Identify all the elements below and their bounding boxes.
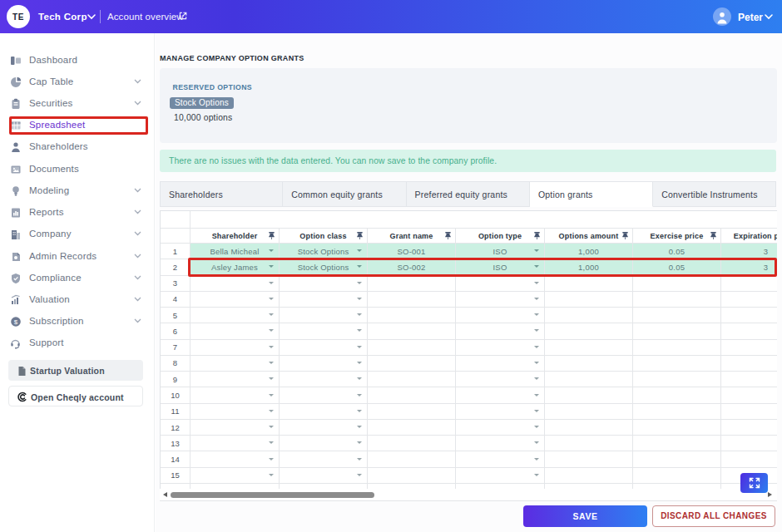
svg-text:$: $	[14, 318, 18, 326]
